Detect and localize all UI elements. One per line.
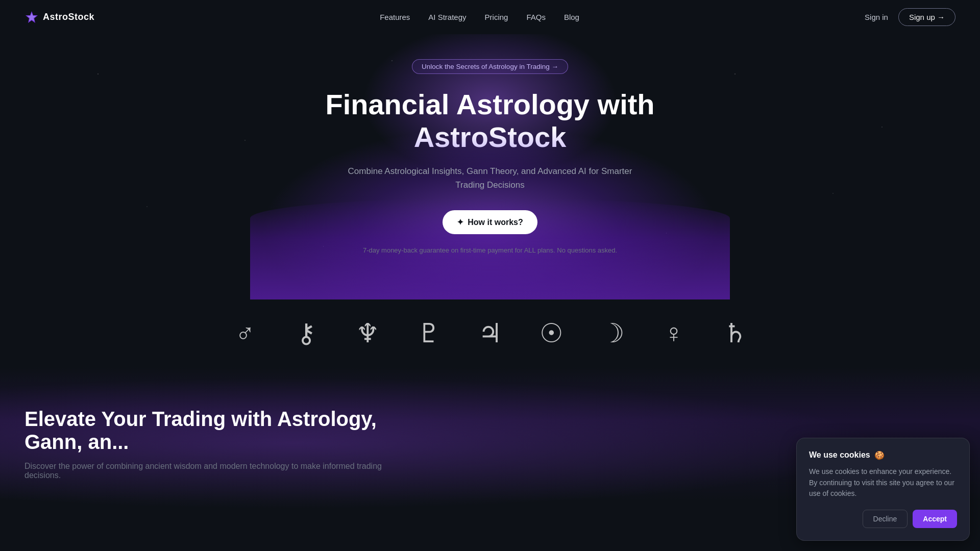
symbol-sun: ☉ <box>521 320 582 346</box>
symbol-saturn: ♄ <box>704 320 766 346</box>
cookie-banner: We use cookies 🍪 We use cookies to enhan… <box>796 438 970 541</box>
symbol-mars: ♂ <box>214 320 276 346</box>
nav-pricing[interactable]: Pricing <box>485 13 508 21</box>
hero-section: Unlock the Secrets of Astrology in Tradi… <box>0 34 980 299</box>
symbol-venus: ♀ <box>643 320 704 346</box>
cta-label: How it works? <box>468 218 523 227</box>
hero-subtitle: Combine Astrological Insights, Gann Theo… <box>347 164 633 192</box>
symbol-moon: ☽ <box>582 320 643 346</box>
how-it-works-button[interactable]: ✦ How it works? <box>443 210 537 234</box>
guarantee-text: 7-day money-back guarantee on first-time… <box>325 246 654 254</box>
signup-button[interactable]: Sign up → <box>898 8 955 26</box>
cookie-title: We use cookies 🍪 <box>809 450 957 460</box>
hero-title-line2: AstroStock <box>414 121 567 153</box>
hero-content: Unlock the Secrets of Astrology in Tradi… <box>325 59 654 254</box>
nav-auth: Sign in Sign up → <box>865 8 955 26</box>
brand-name: AstroStock <box>43 12 94 22</box>
nav-faqs[interactable]: FAQs <box>526 13 546 21</box>
cookie-actions: Decline Accept <box>809 510 957 528</box>
logo[interactable]: AstroStock <box>24 10 94 24</box>
symbols-section: ♂ ⚷ ♆ ♇ ♃ ☉ ☽ ♀ ♄ <box>0 299 980 367</box>
accept-button[interactable]: Accept <box>913 510 957 528</box>
nav-features[interactable]: Features <box>380 13 410 21</box>
cookie-emoji: 🍪 <box>874 450 885 460</box>
bottom-subtitle: Discover the power of combining ancient … <box>24 462 382 480</box>
hero-badge[interactable]: Unlock the Secrets of Astrology in Tradi… <box>412 59 568 74</box>
cookie-text: We use cookies to enhance your experienc… <box>809 466 957 499</box>
symbol-pluto: ♇ <box>398 320 459 346</box>
logo-icon <box>24 10 39 24</box>
nav-blog[interactable]: Blog <box>564 13 579 21</box>
nav-links: Features AI Strategy Pricing FAQs Blog <box>380 13 579 22</box>
bottom-title: Elevate Your Trading with Astrology, Gan… <box>24 408 433 454</box>
symbol-jupiter: ♃ <box>459 320 521 346</box>
navbar: AstroStock Features AI Strategy Pricing … <box>0 0 980 34</box>
hero-title-line1: Financial Astrology with <box>325 88 654 120</box>
cookie-title-text: We use cookies <box>809 450 870 460</box>
hero-title: Financial Astrology with AstroStock <box>325 88 654 154</box>
decline-button[interactable]: Decline <box>863 510 908 528</box>
symbol-chiron: ⚷ <box>276 320 337 346</box>
signin-link[interactable]: Sign in <box>865 13 888 21</box>
symbol-neptune: ♆ <box>337 320 398 346</box>
nav-ai-strategy[interactable]: AI Strategy <box>428 13 466 21</box>
cta-icon: ✦ <box>457 217 463 227</box>
hero-cta-area: ✦ How it works? 7-day money-back guarant… <box>325 210 654 254</box>
